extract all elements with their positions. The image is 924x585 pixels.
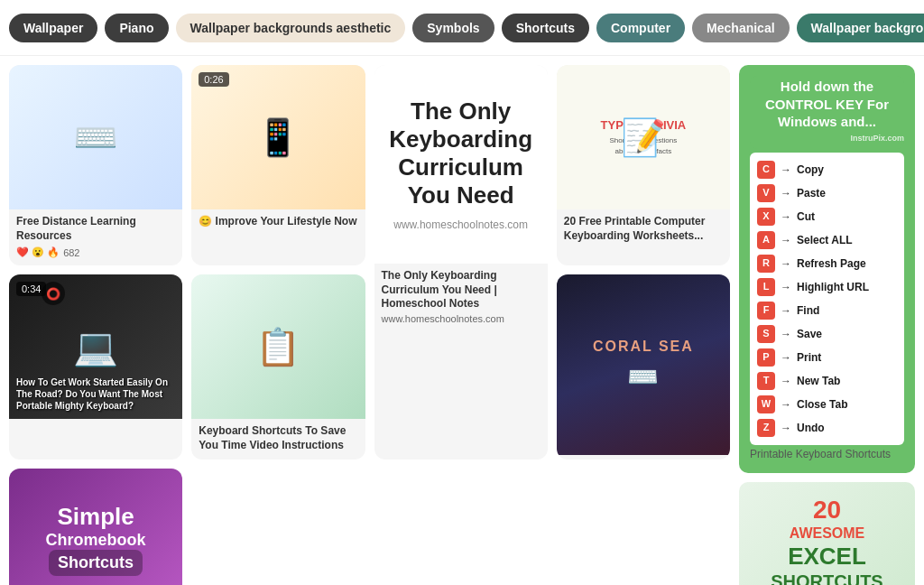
card-title: The Only Keyboarding Curriculum You Need… <box>382 269 541 311</box>
card-shortcuts-video[interactable]: Keyboard Shortcuts To Save You Time Vide… <box>191 274 365 460</box>
key-x: X <box>757 208 775 226</box>
key-w: W <box>757 395 775 413</box>
action-highlight: Highlight URL <box>797 280 869 295</box>
excel-shortcuts-card[interactable]: 20 AWESOME EXCEL SHORTCUTS <box>739 482 915 585</box>
main-content: Free Distance Learning Resources ❤️ 😮 🔥 … <box>0 56 924 585</box>
nav-wallpaper-bg[interactable]: Wallpaper backgrounds aesthetic <box>176 14 406 42</box>
nav-wallpaper[interactable]: Wallpaper <box>9 14 97 42</box>
action-save: Save <box>797 327 822 342</box>
key-l: L <box>757 278 775 296</box>
key-f: F <box>757 302 775 320</box>
card-title: 😊 Improve Your Lifestyle Now <box>199 215 357 229</box>
key-p: P <box>757 348 775 367</box>
card-sub: www.homeschoolnotes.com <box>382 313 541 324</box>
action-copy: Copy <box>797 162 824 178</box>
key-t: T <box>757 372 775 390</box>
card-title: 20 Free Printable Computer Keyboarding W… <box>564 215 723 243</box>
action-paste: Paste <box>797 186 826 201</box>
card-portable-keyboard[interactable]: 0:34 ⭕ How To Get Work Started Easily On… <box>9 274 182 460</box>
shortcut-cut: X → Cut <box>757 205 897 228</box>
key-r: R <box>757 255 775 273</box>
curriculum-line4: You Need <box>408 181 514 209</box>
ctrl-source: InstruPix.com <box>750 133 904 144</box>
action-cut: Cut <box>797 209 815 225</box>
excel-shortcuts: SHORTCUTS <box>771 571 882 585</box>
excel-excel: EXCEL <box>788 543 866 571</box>
shortcut-highlight: L → Highlight URL <box>757 275 897 299</box>
key-c: C <box>757 161 775 179</box>
card-lifestyle[interactable]: 0:26 😊 Improve Your Lifestyle Now <box>191 65 365 265</box>
card-chromebook[interactable]: Simple Chromebook Shortcuts You'll Use E… <box>9 469 182 585</box>
shortcut-print: P → Print <box>757 346 897 369</box>
ctrl-key-card: Hold down the CONTROL KEY For Windows an… <box>739 65 915 473</box>
card-hearts: ❤️ 😮 🔥 <box>16 246 60 258</box>
shortcut-close-tab: W → Close Tab <box>757 393 897 416</box>
shortcut-find: F → Find <box>757 299 897 322</box>
card-overlay-text: How To Get Work Started Easily On The Ro… <box>16 376 175 412</box>
chromebook-simple: Simple <box>58 503 134 531</box>
curriculum-line3: Curriculum <box>398 153 523 181</box>
excel-twenty: 20 <box>813 495 841 525</box>
nav-shortcuts[interactable]: Shortcuts <box>502 14 589 42</box>
shortcut-new-tab: T → New Tab <box>757 369 897 393</box>
shortcut-paste: V → Paste <box>757 181 897 205</box>
sidebar: Hold down the CONTROL KEY For Windows an… <box>739 65 915 585</box>
card-distance-learning[interactable]: Free Distance Learning Resources ❤️ 😮 🔥 … <box>9 65 182 265</box>
shortcut-save: S → Save <box>757 322 897 346</box>
shortcut-refresh: R → Refresh Page <box>757 252 897 275</box>
curriculum-line1: The Only <box>411 98 511 125</box>
key-v: V <box>757 184 775 202</box>
image-grid: Free Distance Learning Resources ❤️ 😮 🔥 … <box>9 65 730 585</box>
nav-bar: Wallpaper Piano Wallpaper backgrounds ae… <box>0 0 924 56</box>
action-close-tab: Close Tab <box>797 397 847 413</box>
card-curriculum[interactable]: The Only Keyboarding Curriculum You Need… <box>374 65 548 460</box>
card-meta: ❤️ 😮 🔥 682 <box>16 246 175 258</box>
nav-mechanical[interactable]: Mechanical <box>692 14 789 42</box>
nav-symbols[interactable]: Symbols <box>412 14 494 42</box>
card-title: Keyboard Shortcuts To Save You Time Vide… <box>199 424 357 452</box>
shortcut-copy: C → Copy <box>757 158 897 181</box>
key-s: S <box>757 325 775 343</box>
nav-piano[interactable]: Piano <box>105 14 168 42</box>
key-z: Z <box>757 419 775 437</box>
card-title: Free Distance Learning Resources <box>16 215 175 243</box>
ctrl-title: Hold down the CONTROL KEY For Windows an… <box>750 78 904 131</box>
action-print: Print <box>797 350 821 366</box>
chromebook-chrome: Chromebook <box>46 531 146 550</box>
chromebook-shortcuts: Shortcuts <box>49 550 143 576</box>
card-coral-sea[interactable]: CORAL SEA ⌨️ <box>557 274 730 460</box>
nav-computer[interactable]: Computer <box>596 14 685 42</box>
card-typing-trivia[interactable]: TYPING TRIVIA Short trivia questionsabou… <box>557 65 730 265</box>
nav-wallpaper-bg2[interactable]: Wallpaper backgrounds <box>797 14 924 42</box>
card-count: 682 <box>63 247 79 258</box>
action-find: Find <box>797 303 819 319</box>
shortcut-select-all: A → Select ALL <box>757 228 897 252</box>
excel-awesome: AWESOME <box>790 525 865 542</box>
coral-sea-text: CORAL SEA <box>593 339 694 355</box>
video-duration-badge: 0:26 <box>199 72 228 87</box>
action-new-tab: New Tab <box>797 374 840 389</box>
curriculum-line2: Keyboarding <box>389 125 532 153</box>
keyboard-emoji: ⌨️ <box>627 362 659 392</box>
printable-label: Printable Keyboard Shortcuts <box>750 447 904 462</box>
action-undo: Undo <box>797 421 825 436</box>
badge-icon: ⭕ <box>42 282 65 305</box>
key-a: A <box>757 231 775 249</box>
action-refresh: Refresh Page <box>797 256 866 272</box>
curriculum-url: www.homeschoolnotes.com <box>393 218 528 231</box>
shortcut-undo: Z → Undo <box>757 416 897 440</box>
action-select-all: Select ALL <box>797 233 853 248</box>
